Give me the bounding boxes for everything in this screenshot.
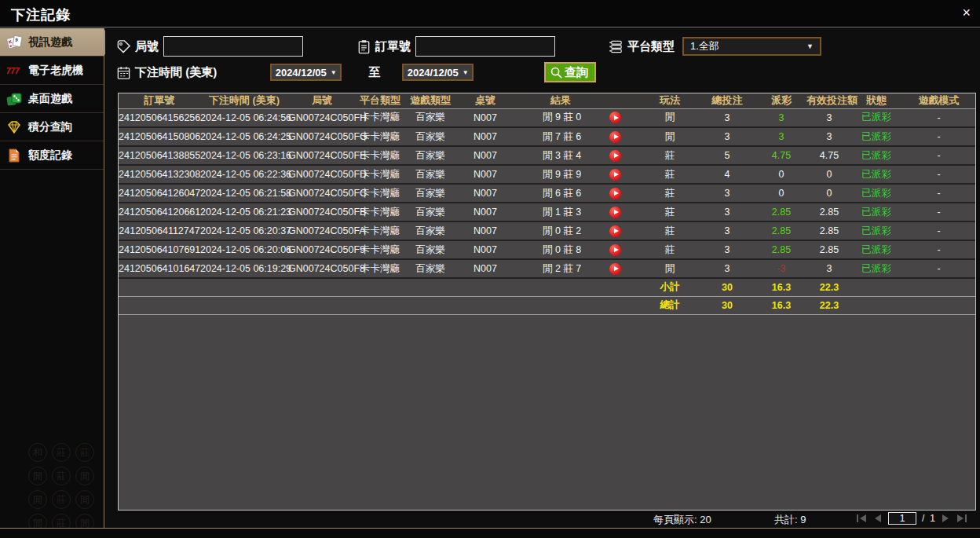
valid-bet-cell: 3 <box>806 259 852 278</box>
title-bar: 下注記錄 × <box>0 0 980 27</box>
payout-cell: 0 <box>756 165 806 184</box>
replay-button[interactable] <box>609 112 621 123</box>
sidebar-item-label: 視訊遊戲 <box>28 35 72 49</box>
order-number-cell: 241205064156256 <box>119 108 200 127</box>
game-type-cell: 百家樂 <box>404 108 456 127</box>
bet-time-cell: 2024-12-05 06:22:36 <box>200 165 288 184</box>
empty-cell <box>200 296 288 314</box>
search-button-label: 查詢 <box>565 65 588 80</box>
round-number-cell: GN00724C050FG <box>288 127 356 146</box>
pagination: 1 / 1 <box>856 512 967 525</box>
result-text: 閒 9 莊 9 <box>543 168 581 181</box>
subtotal-row: 小計3016.322.3 <box>119 278 976 296</box>
platform-type-select[interactable]: 1.全部 ▼ <box>682 37 821 56</box>
platform-type-value: 1.全部 <box>690 39 719 53</box>
page-number-input[interactable]: 1 <box>888 512 916 525</box>
replay-button[interactable] <box>609 169 621 181</box>
replay-button[interactable] <box>609 263 621 275</box>
main-content: 局號 訂單號 平台類型 1.全部 ▼ 下注時間 (美東) 2024/12/05 … <box>105 28 980 528</box>
bet-time-label: 下注時間 (美東) <box>135 65 217 80</box>
table-header-row: 訂單號下注時間 (美東)局號平台類型遊戲類型桌號結果玩法總投注派彩有效投注額狀態… <box>119 93 976 108</box>
search-icon <box>550 66 563 79</box>
filter-row-1: 局號 訂單號 平台類型 1.全部 ▼ <box>105 35 980 57</box>
play-type-cell: 莊 <box>642 203 698 221</box>
replay-button[interactable] <box>609 188 621 199</box>
summary-valid-bet: 22.3 <box>806 278 852 296</box>
status-cell: 已派彩 <box>852 165 901 184</box>
valid-bet-cell: 2.85 <box>806 221 852 240</box>
total-bet-cell: 5 <box>698 146 756 165</box>
platform-cell: 卡卡灣廳 <box>356 184 404 203</box>
empty-cell <box>852 278 901 296</box>
payout-cell: 2.85 <box>756 240 806 259</box>
date-from-picker[interactable]: 2024/12/05 ▼ <box>270 64 342 81</box>
game-mode-cell: - <box>901 108 976 127</box>
sidebar-item-video-games[interactable]: K♥ 9 視訊遊戲 <box>0 28 104 57</box>
round-number-input[interactable] <box>163 36 303 57</box>
column-header: 桌號 <box>456 93 514 108</box>
valid-bet-cell: 4.75 <box>806 146 852 165</box>
calendar-icon <box>116 65 131 80</box>
order-number-cell: 241205064126047 <box>119 184 200 203</box>
table-row: 2412050641206612024-12-05 06:21:23GN0072… <box>119 203 976 221</box>
table-number-cell: N007 <box>456 259 514 278</box>
summary-payout: 16.3 <box>756 296 806 314</box>
table-number-cell: N007 <box>456 221 514 240</box>
game-type-cell: 百家樂 <box>404 259 456 278</box>
sidebar-item-table-games[interactable]: 桌面遊戲 <box>0 85 104 113</box>
game-mode-cell: - <box>901 184 976 203</box>
payout-cell: 4.75 <box>756 146 806 165</box>
result-cell: 閒 0 莊 2 <box>514 221 642 240</box>
page-title: 下注記錄 <box>11 5 71 24</box>
summary-label: 總計 <box>642 296 698 314</box>
replay-button[interactable] <box>609 150 621 162</box>
diamond-icon <box>5 119 23 136</box>
round-number-cell: GN00724C050FC <box>288 184 356 203</box>
dropdown-arrow-icon: ▼ <box>806 42 814 50</box>
payout-cell: 2.85 <box>756 221 806 240</box>
total-bet-cell: 3 <box>698 184 756 203</box>
result-cell: 閒 6 莊 6 <box>514 184 642 203</box>
platform-cell: 卡卡灣廳 <box>356 259 404 278</box>
platform-cell: 卡卡灣廳 <box>356 221 404 240</box>
column-header: 遊戲模式 <box>901 93 976 108</box>
sidebar-item-slots[interactable]: 777 電子老虎機 <box>0 57 104 85</box>
result-text: 閒 9 莊 0 <box>543 111 581 124</box>
replay-button[interactable] <box>609 131 621 143</box>
payout-cell: 2.85 <box>756 203 806 221</box>
valid-bet-cell: 3 <box>806 108 852 127</box>
replay-button[interactable] <box>609 244 621 256</box>
replay-button[interactable] <box>609 225 621 237</box>
filter-row-2: 下注時間 (美東) 2024/12/05 ▼ 至 2024/12/05 ▼ 查詢 <box>105 61 980 83</box>
order-number-cell: 241205064150806 <box>119 127 200 146</box>
search-button[interactable]: 查詢 <box>544 62 596 82</box>
column-header: 狀態 <box>852 93 901 108</box>
order-number-input[interactable] <box>415 36 555 57</box>
first-page-icon[interactable] <box>856 514 868 523</box>
payout-cell: 3 <box>756 127 806 146</box>
order-number-label: 訂單號 <box>375 39 411 54</box>
result-text: 閒 3 莊 4 <box>543 149 581 163</box>
round-number-cell: GN00724C050F8 <box>288 259 356 278</box>
summary-label: 小計 <box>642 278 698 296</box>
date-to-picker[interactable]: 2024/12/05 ▼ <box>402 64 474 81</box>
table-row: 2412050641388552024-12-05 06:23:16GN0072… <box>119 146 976 165</box>
date-to-value: 2024/12/05 <box>408 67 459 79</box>
sidebar-item-points[interactable]: 積分查詢 <box>0 113 104 141</box>
empty-cell <box>456 278 514 296</box>
sidebar-item-label: 桌面遊戲 <box>28 92 72 106</box>
last-page-icon[interactable] <box>956 514 967 523</box>
payout-cell: 0 <box>756 184 806 203</box>
next-page-icon[interactable] <box>941 514 950 523</box>
play-type-cell: 莊 <box>642 165 698 184</box>
sidebar-item-credit-records[interactable]: 額度記錄 <box>0 141 104 170</box>
column-header: 有效投注額 <box>806 93 852 108</box>
date-from-value: 2024/12/05 <box>276 67 327 79</box>
prev-page-icon[interactable] <box>873 514 883 523</box>
page-size-label: 每頁顯示: 20 <box>653 513 711 527</box>
round-number-cell: GN00724C050FH <box>288 108 356 127</box>
backdrop-badge: 莊 <box>75 443 94 462</box>
replay-button[interactable] <box>609 207 621 218</box>
close-icon[interactable]: × <box>962 5 971 20</box>
empty-cell <box>288 278 356 296</box>
